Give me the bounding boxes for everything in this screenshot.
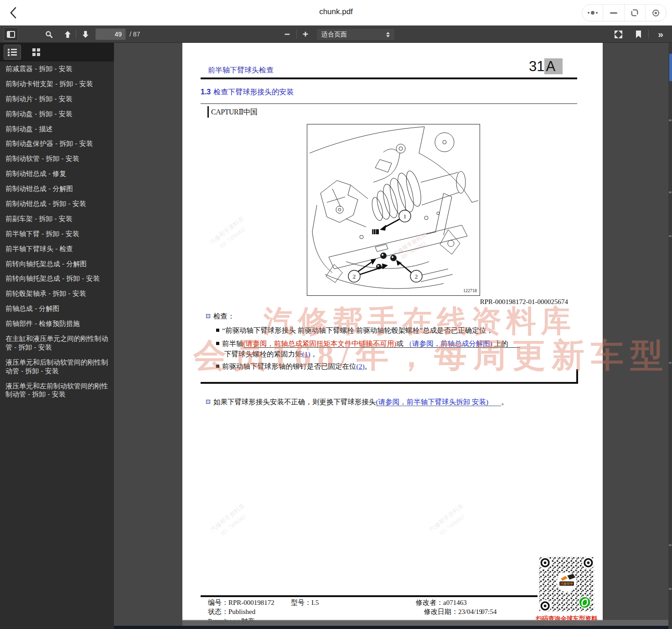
page-total-label: / 87 <box>129 31 140 38</box>
outline-item[interactable]: 在主缸和液压单元之间的刚性制动管 - 拆卸 - 安装 <box>0 331 114 355</box>
outline-item[interactable]: 液压单元和左前制动软管间的刚性制动管 - 拆卸 - 安装 <box>0 379 114 402</box>
outline-item[interactable]: 前制动钳总成 - 拆卸 - 安装 <box>0 196 114 211</box>
outline-view-icon[interactable] <box>4 45 21 60</box>
toolbar-separator <box>296 30 297 39</box>
outline-item[interactable]: 前制动盘 - 拆卸 - 安装 <box>0 107 114 122</box>
vertical-scrollbar[interactable] <box>668 43 672 629</box>
technical-figure: 汽修帮手资料库 ID: 7496002 1 2 2 <box>307 124 480 296</box>
svg-text:汽修帮手: 汽修帮手 <box>560 582 573 586</box>
check-item-2-line2: 下臂球头螺栓的紧固力矩(1)， <box>224 350 317 359</box>
qr-promo-block: 汽修帮手 扫码查询全球车型资料 仅需168/年，每周更新 <box>528 555 605 629</box>
zoom-level-value: 适合页面 <box>321 31 347 39</box>
scrollbar-thumb[interactable] <box>669 54 672 81</box>
page-number-input[interactable] <box>95 28 126 40</box>
footer-rule <box>201 595 577 597</box>
doc-editor: 修改者：a071463 <box>416 598 467 607</box>
select-arrows-icon <box>386 32 390 37</box>
outline-item[interactable]: 前制动钳总成 - 分解图 <box>0 181 114 196</box>
next-page-icon[interactable] <box>78 27 92 41</box>
pdf-toolbar: / 87 − + 适合页面 » <box>0 26 672 43</box>
doc-number: 编号：RPR-000198172 <box>208 598 274 607</box>
doc-modified-date: 修改日期：23/04/1907:54 <box>424 608 497 616</box>
outline-item[interactable]: 前减震器 - 拆卸 - 安装 <box>0 62 114 77</box>
close-icon[interactable] <box>645 5 666 21</box>
outline-item[interactable]: 前制动盘 - 描述 <box>0 122 114 137</box>
torque-link-unavailable[interactable]: (请参阅，前轴总成紧固扭矩本文件中链接不可用) <box>243 340 397 347</box>
qr-code: 汽修帮手 <box>538 555 596 614</box>
black-bullet-icon <box>216 342 219 345</box>
section-number: 31A <box>529 58 563 75</box>
outline-item[interactable]: 前副车架 - 拆卸 - 安装 <box>0 211 114 227</box>
doc-status: 状态：Published <box>208 608 255 616</box>
outline-item[interactable]: 前制动卡钳支架 - 拆卸 - 安装 <box>0 77 114 92</box>
outline-list: 前减震器 - 拆卸 - 安装 前制动卡钳支架 - 拆卸 - 安装 前制动片 - … <box>0 62 114 402</box>
callout-ref-2[interactable]: (2) <box>357 362 365 370</box>
pdf-sidebar: 前减震器 - 拆卸 - 安装 前制动卡钳支架 - 拆卸 - 安装 前制动片 - … <box>0 43 114 629</box>
watermark-diagonal: 汽修帮手资料库ID: 7496002 <box>428 501 471 541</box>
outline-item[interactable]: 前制动盘保护器 - 拆卸 - 安装 <box>0 136 114 151</box>
bookmark-icon[interactable] <box>632 27 645 41</box>
figure-reference: RPR-000198172-01-000025674 <box>480 298 568 306</box>
watermark-diagonal: 汽修帮手资料库ID: 7496002 <box>209 501 253 541</box>
callout-2-label: 2 <box>353 273 356 280</box>
more-menu-icon[interactable] <box>582 5 603 21</box>
outline-item[interactable]: 前转向轴托架总成 - 拆卸 - 安装 <box>0 271 114 286</box>
outline-item[interactable]: 前轴总成 - 分解图 <box>0 301 114 316</box>
toolbar-separator <box>76 30 76 39</box>
figure-code: 122718 <box>463 288 477 293</box>
check-item-3: 前驱动轴下臂球形轴的铆钉是否已固定在位(2)。 <box>216 362 372 371</box>
black-bullet-icon <box>216 365 219 368</box>
outline-item[interactable]: 前制动片 - 拆卸 - 安装 <box>0 92 114 107</box>
more-tools-icon[interactable]: » <box>653 27 667 41</box>
search-icon[interactable] <box>42 27 56 41</box>
outline-item[interactable]: 前轮毂架轴承 - 拆卸 - 安装 <box>0 286 114 301</box>
zoom-in-icon[interactable]: + <box>299 27 312 41</box>
outline-item[interactable]: 前转向轴托架总成 - 分解图 <box>0 257 114 272</box>
thumbnails-view-icon[interactable] <box>27 45 45 60</box>
replacement-note: 如果下臂球形接头安装不正确，则更换下臂球形接头(请参阅，前半轴下臂球头拆卸 安装… <box>206 397 571 407</box>
previous-page-icon[interactable] <box>61 27 74 41</box>
horizontal-scrollbar[interactable] <box>182 620 668 626</box>
callout-2-label: 2 <box>415 273 418 280</box>
fullscreen-icon[interactable] <box>611 27 625 41</box>
document-title: chunk.pdf <box>0 7 672 16</box>
outline-item[interactable]: 前轴部件 - 检修预防措施 <box>0 316 114 331</box>
section-end-rule <box>201 382 578 384</box>
zoom-level-select[interactable]: 适合页面 <box>316 28 395 41</box>
callout-ref-1[interactable]: (1) <box>302 350 310 358</box>
heading-rule <box>201 103 577 104</box>
check-item-2: 前半轴(请参阅，前轴总成紧固扭矩本文件中链接不可用)或 （请参阅，前轴总成分解图… <box>216 339 572 349</box>
check-heading: 检查： <box>206 312 235 321</box>
section-end-rule-corner <box>576 369 578 384</box>
window-capsule <box>582 4 667 21</box>
doc-model: 型号：I.5 <box>291 598 319 607</box>
outline-item[interactable]: 前半轴下臂 - 拆卸 - 安装 <box>0 227 114 242</box>
app-window: { "titlebar": { "title": "chunk.pdf" }, … <box>0 0 672 629</box>
page-title: 前半轴下臂球头检查 <box>208 66 274 75</box>
outline-item[interactable]: 液压单元和后制动软管间的刚性制动管 - 拆卸 - 安装 <box>0 355 114 379</box>
removal-install-link[interactable]: (请参阅，前半轴下臂球头拆卸 安装) <box>376 398 501 406</box>
outline-item[interactable]: 前制动钳总成 - 修复 <box>0 166 114 181</box>
outline-item[interactable]: 前制动软管 - 拆卸 - 安装 <box>0 151 114 166</box>
qr-center-logo: 汽修帮手 <box>557 572 577 592</box>
zoom-out-icon[interactable]: − <box>281 27 294 41</box>
model-box-border <box>207 106 209 118</box>
model-line: CAPTURⅡ中国 <box>211 108 258 117</box>
sidebar-toggle-icon[interactable] <box>4 27 18 41</box>
header-rule <box>201 77 577 79</box>
watermark-diagonal: 汽修帮手资料库ID: 7496002 <box>208 214 252 254</box>
watermark-line1: 汽修帮手在线资料库 <box>264 301 575 342</box>
wechat-icon <box>579 597 591 608</box>
pdf-viewport[interactable]: 前半轴下臂球头检查 31A 1.3检查下臂球形接头的安装 CAPTURⅡ中国 <box>114 43 672 629</box>
square-bullet-icon <box>206 400 210 404</box>
pdf-page: 前半轴下臂球头检查 31A 1.3检查下臂球形接头的安装 CAPTURⅡ中国 <box>182 43 603 621</box>
float-window-icon[interactable] <box>624 5 645 21</box>
minimize-icon[interactable] <box>603 5 624 21</box>
title-bar: chunk.pdf <box>0 0 672 26</box>
section-heading: 1.3检查下臂球形接头的安装 <box>201 88 294 97</box>
section-letter-highlight: A <box>544 58 563 74</box>
exploded-view-link[interactable]: （请参阅，前轴总成分解图) <box>405 340 492 347</box>
check-item-1: “前驱动轴下臂球形接头 前驱动轴下臂螺栓 前驱动轴轮毂架螺栓”总成是否已正确定位… <box>216 326 563 335</box>
outline-item[interactable]: 前半轴下臂球头 - 检查 <box>0 242 114 257</box>
toolbar-separator <box>648 30 649 39</box>
